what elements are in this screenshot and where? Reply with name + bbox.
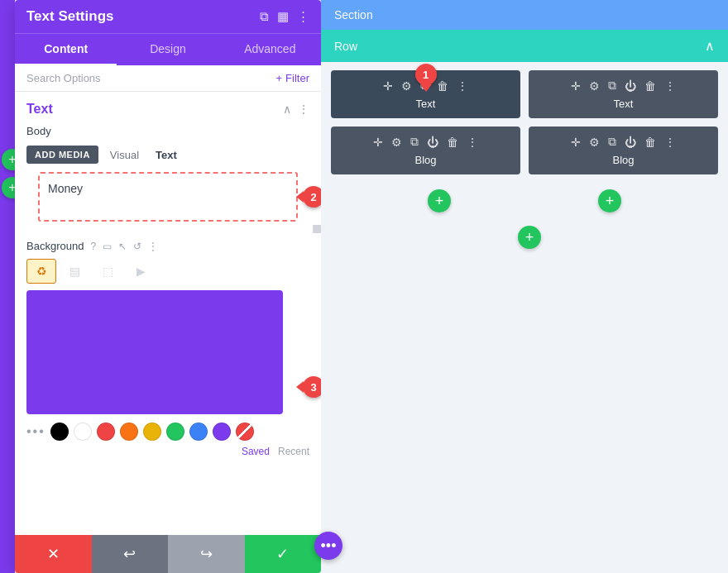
swatch-orange[interactable] bbox=[120, 423, 138, 441]
bg-reset-icon[interactable]: ↺ bbox=[133, 241, 141, 252]
minimize-icon[interactable]: ⧉ bbox=[260, 9, 269, 24]
section-more-icon[interactable]: ⋮ bbox=[298, 103, 309, 116]
cancel-icon: ✕ bbox=[47, 545, 60, 563]
bg-device-icon[interactable]: ▭ bbox=[103, 241, 112, 252]
module-3-icons: ✛ ⚙ ⧉ ⏻ 🗑 ⋮ bbox=[373, 135, 478, 149]
badge-1: 1 bbox=[415, 64, 437, 85]
module-2-delete-icon[interactable]: 🗑 bbox=[644, 79, 656, 93]
bg-cursor-icon[interactable]: ↖ bbox=[118, 241, 127, 252]
module-3-duplicate-icon[interactable]: ⧉ bbox=[410, 135, 419, 149]
section-bar: Section bbox=[321, 0, 728, 30]
module-4-settings-icon[interactable]: ⚙ bbox=[589, 136, 600, 149]
module-2-move-icon[interactable]: ✛ bbox=[571, 79, 581, 93]
module-4-delete-icon[interactable]: 🗑 bbox=[644, 136, 656, 149]
module-1-settings-icon[interactable]: ⚙ bbox=[401, 79, 412, 93]
swatch-black[interactable] bbox=[50, 423, 69, 441]
undo-button[interactable]: ↩ bbox=[92, 535, 169, 573]
body-label: Body bbox=[15, 122, 321, 141]
module-4-icons: ✛ ⚙ ⧉ ⏻ 🗑 ⋮ bbox=[571, 135, 676, 149]
swatch-yellow[interactable] bbox=[143, 423, 161, 441]
background-section: Background ? ▭ ↖ ↺ ⋮ ♻ ▤ ⬚ ▶ 3 ••• bbox=[15, 233, 321, 464]
bg-color-tab[interactable]: ♻ bbox=[26, 259, 56, 284]
filter-button[interactable]: + Filter bbox=[276, 72, 309, 84]
badge-3: 3 bbox=[303, 376, 321, 398]
row-chevron-icon[interactable]: ∧ bbox=[705, 38, 715, 54]
floating-purple-button[interactable]: ••• bbox=[314, 532, 342, 560]
panel-content: Text ∧ ⋮ Body ADD MEDIA Visual Text Mone… bbox=[15, 92, 321, 535]
tab-advanced[interactable]: Advanced bbox=[219, 34, 321, 65]
module-card-blog-1: ✛ ⚙ ⧉ ⏻ 🗑 ⋮ Blog bbox=[331, 127, 520, 174]
text-editor[interactable]: Money bbox=[38, 172, 298, 222]
module-3-toggle-icon[interactable]: ⏻ bbox=[427, 136, 438, 149]
floating-dots-icon: ••• bbox=[321, 537, 337, 555]
swatch-red[interactable] bbox=[97, 423, 115, 441]
module-2-toggle-icon[interactable]: ⏻ bbox=[625, 79, 636, 93]
save-button[interactable]: ✓ bbox=[245, 535, 322, 573]
module-card-text-2: ✛ ⚙ ⧉ ⏻ 🗑 ⋮ Text bbox=[529, 70, 718, 118]
module-3-delete-icon[interactable]: 🗑 bbox=[447, 136, 458, 149]
text-section-title: Text bbox=[26, 102, 53, 117]
module-2-duplicate-icon[interactable]: ⧉ bbox=[608, 79, 616, 93]
undo-icon: ↩ bbox=[123, 545, 136, 563]
swatch-none[interactable] bbox=[236, 423, 254, 441]
tab-design[interactable]: Design bbox=[117, 34, 218, 65]
module-4-move-icon[interactable]: ✛ bbox=[571, 136, 581, 149]
bg-image-tab[interactable]: ⬚ bbox=[93, 259, 122, 284]
module-1-move-icon[interactable]: ✛ bbox=[383, 79, 393, 93]
color-preview[interactable] bbox=[26, 290, 283, 414]
module-3-settings-icon[interactable]: ⚙ bbox=[391, 136, 402, 149]
redo-icon: ↪ bbox=[200, 545, 213, 563]
bg-more-icon[interactable]: ⋮ bbox=[148, 241, 158, 252]
visual-tab[interactable]: Visual bbox=[105, 147, 144, 163]
module-2-icons: ✛ ⚙ ⧉ ⏻ 🗑 ⋮ bbox=[571, 79, 676, 93]
module-4-toggle-icon[interactable]: ⏻ bbox=[625, 136, 636, 149]
module-4-label: Blog bbox=[612, 154, 634, 166]
cancel-button[interactable]: ✕ bbox=[15, 535, 92, 573]
row-add-buttons: + bbox=[321, 222, 728, 252]
module-1-more-icon[interactable]: ⋮ bbox=[457, 79, 468, 93]
editor-resize-handle[interactable] bbox=[313, 225, 321, 233]
swatch-blue[interactable] bbox=[189, 423, 208, 441]
row-bar-title: Row bbox=[334, 40, 357, 53]
bg-tabs: ♻ ▤ ⬚ ▶ bbox=[26, 259, 309, 284]
panel-tabs: Content Design Advanced bbox=[15, 33, 321, 65]
color-swatches: ••• bbox=[26, 423, 309, 441]
redo-button[interactable]: ↪ bbox=[168, 535, 245, 573]
bg-video-tab[interactable]: ▶ bbox=[126, 259, 156, 284]
bg-header: Background ? ▭ ↖ ↺ ⋮ bbox=[26, 240, 309, 252]
search-placeholder[interactable]: Search Options bbox=[26, 72, 101, 84]
add-media-button[interactable]: ADD MEDIA bbox=[26, 146, 98, 164]
module-2-more-icon[interactable]: ⋮ bbox=[664, 79, 676, 93]
add-row-btn[interactable]: + bbox=[518, 226, 541, 249]
layout-icon[interactable]: ▦ bbox=[277, 9, 289, 24]
module-3-more-icon[interactable]: ⋮ bbox=[467, 136, 478, 149]
bg-gradient-tab[interactable]: ▤ bbox=[60, 259, 89, 284]
editor-content[interactable]: Money bbox=[48, 182, 288, 195]
filter-plus-icon: + bbox=[276, 72, 283, 84]
collapse-icon[interactable]: ∧ bbox=[283, 103, 291, 116]
section-bar-title: Section bbox=[334, 8, 373, 21]
module-4-duplicate-icon[interactable]: ⧉ bbox=[608, 135, 616, 149]
saved-recent-tabs: Saved Recent bbox=[26, 446, 309, 457]
module-1-delete-icon[interactable]: 🗑 bbox=[437, 79, 448, 93]
saved-tab[interactable]: Saved bbox=[242, 446, 270, 457]
add-module-btn-2[interactable]: + bbox=[598, 189, 621, 212]
more-icon[interactable]: ⋮ bbox=[297, 9, 309, 24]
bg-help-icon[interactable]: ? bbox=[90, 241, 96, 252]
panel-header: Text Settings ⧉ ▦ ⋮ bbox=[15, 0, 321, 33]
swatch-white[interactable] bbox=[74, 423, 92, 441]
text-tab[interactable]: Text bbox=[151, 147, 182, 163]
left-strip: + + bbox=[0, 0, 15, 573]
panel-title: Text Settings bbox=[26, 8, 113, 25]
swatch-more-icon[interactable]: ••• bbox=[26, 424, 46, 439]
recent-tab[interactable]: Recent bbox=[278, 446, 309, 457]
module-2-settings-icon[interactable]: ⚙ bbox=[589, 79, 600, 93]
module-4-more-icon[interactable]: ⋮ bbox=[664, 136, 676, 149]
bg-label: Background bbox=[26, 240, 84, 252]
module-3-move-icon[interactable]: ✛ bbox=[373, 136, 383, 149]
tab-content[interactable]: Content bbox=[15, 34, 117, 65]
filter-label: Filter bbox=[285, 72, 309, 84]
swatch-green[interactable] bbox=[166, 423, 184, 441]
swatch-purple[interactable] bbox=[213, 423, 231, 441]
add-module-btn-1[interactable]: + bbox=[428, 189, 451, 212]
